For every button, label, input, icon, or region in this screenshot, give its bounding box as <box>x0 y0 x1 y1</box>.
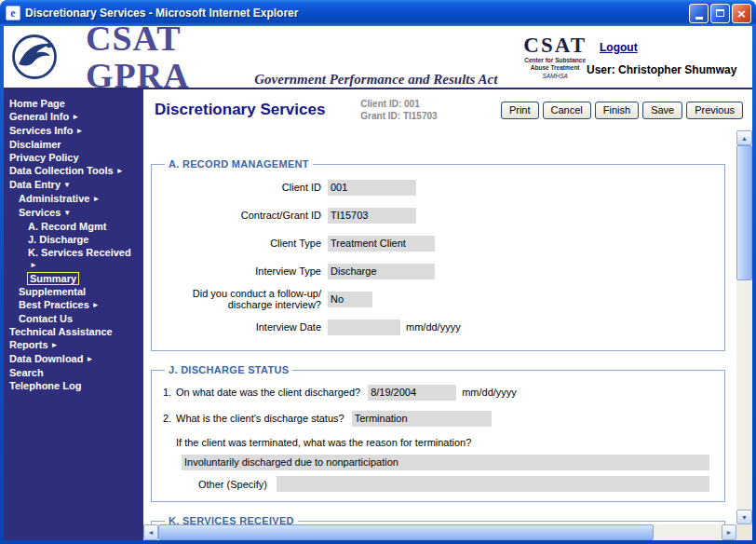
sidebar-item-k-services-received[interactable]: K. Services Received► <box>4 246 143 272</box>
cancel-button[interactable]: Cancel <box>543 102 591 119</box>
submenu-arrow-icon: ► <box>86 355 93 363</box>
scroll-up-button[interactable]: ▲ <box>736 130 752 145</box>
interview-type-field: Discharge <box>328 264 435 279</box>
sidebar-item-search[interactable]: Search <box>4 366 143 379</box>
scroll-left-button[interactable]: ◄ <box>143 524 158 540</box>
client-id-text: Client ID: 001 <box>360 98 437 110</box>
hhs-logo <box>9 32 60 82</box>
contract-grant-id-field: TI15703 <box>328 208 416 224</box>
sidebar-item-administrative[interactable]: Administrative► <box>4 192 143 206</box>
sidebar-item-label: J. Discharge <box>28 234 88 245</box>
sidebar-item-disclaimer[interactable]: Disclaimer <box>4 138 143 151</box>
brand: CSAT GPRA Government Performance and Res… <box>86 20 497 94</box>
section-legend: K. SERVICES RECEIVED <box>165 515 298 524</box>
field-label: Contract/Grant ID <box>161 210 321 221</box>
question-number: 1. <box>163 387 176 398</box>
form-row: Interview Datemm/dd/yyyy <box>161 313 715 341</box>
sidebar-item-label: Technical Assistance <box>9 326 113 337</box>
sidebar-item-services[interactable]: Services▼ <box>4 206 143 220</box>
csat-seal-line1: Center for Substance <box>523 58 587 64</box>
question-text: On what date was the client discharged? <box>176 387 360 398</box>
finish-button[interactable]: Finish <box>595 102 639 119</box>
did-you-conduct-a-follow-up-discharge-in-field: No <box>328 292 372 307</box>
form-row: Client ID001 <box>161 173 715 201</box>
sidebar-item-label: K. Services Received <box>28 247 131 258</box>
close-button[interactable]: × <box>732 4 751 23</box>
horizontal-scroll-track[interactable] <box>158 524 722 540</box>
sidebar-item-home-page[interactable]: Home Page <box>4 97 143 110</box>
form-row: Did you conduct a follow-up/ discharge i… <box>161 285 715 313</box>
sidebar-item-best-practices[interactable]: Best Practices► <box>4 298 143 312</box>
vertical-scrollbar[interactable]: ▲ ▼ <box>736 130 752 524</box>
previous-button[interactable]: Previous <box>686 102 743 119</box>
sidebar-item-general-info[interactable]: General Info► <box>4 110 143 124</box>
sidebar-item-label: Contact Us <box>19 313 73 324</box>
question-row: 2. What is the client's discharge status… <box>161 405 715 431</box>
termination-reason-row: Involuntarily discharged due to nonparti… <box>182 455 709 470</box>
sidebar-item-services-info[interactable]: Services Info► <box>4 124 143 138</box>
sidebar-item-label: Data Collection Tools <box>9 165 114 176</box>
submenu-expanded-icon: ▼ <box>63 209 71 217</box>
submenu-arrow-icon: ► <box>92 301 100 309</box>
form-viewport: A. RECORD MANAGEMENT Client ID001Contrac… <box>143 130 736 524</box>
csat-seal-line2: Abuse Treatment <box>523 65 587 72</box>
sidebar-item-a-record-mgmt[interactable]: A. Record Mgmt <box>4 220 143 233</box>
scroll-down-button[interactable]: ▼ <box>736 510 752 524</box>
sidebar-item-privacy-policy[interactable]: Privacy Policy <box>4 151 143 164</box>
client-type-field: Treatment Client <box>328 236 435 252</box>
sidebar-item-label: A. Record Mgmt <box>28 221 106 232</box>
sidebar-item-data-collection-tools[interactable]: Data Collection Tools► <box>4 164 143 178</box>
sidebar-item-technical-assistance[interactable]: Technical Assistance <box>4 325 143 338</box>
sidebar-item-data-entry[interactable]: Data Entry▼ <box>4 178 143 192</box>
sidebar-item-label: Home Page <box>9 98 65 109</box>
submenu-arrow-icon: ► <box>92 195 100 203</box>
content-zone: A. RECORD MANAGEMENT Client ID001Contrac… <box>143 130 752 524</box>
submenu-expanded-icon: ▼ <box>63 181 71 189</box>
window-title: Discretionary Services - Microsoft Inter… <box>25 7 689 20</box>
user-block: Logout User: Christopher Shumway <box>587 38 743 76</box>
minimize-button[interactable] <box>689 4 709 23</box>
sidebar-item-supplemental[interactable]: Supplemental <box>4 285 143 298</box>
content-row: Home PageGeneral Info►Services Info►Disc… <box>4 89 752 540</box>
sidebar-item-data-download[interactable]: Data Download► <box>4 352 143 366</box>
form-row: Interview TypeDischarge <box>161 257 715 285</box>
other-specify-field <box>277 476 709 492</box>
other-specify-row: Other (Specify) <box>198 476 709 492</box>
ie-icon: e <box>6 6 20 20</box>
logout-link[interactable]: Logout <box>600 41 638 54</box>
section-services-received: K. SERVICES RECEIVED <box>151 515 725 524</box>
discharge-date-field: 8/19/2004 <box>368 385 456 401</box>
sidebar-item-summary[interactable]: Summary <box>4 272 143 285</box>
print-button[interactable]: Print <box>501 102 539 119</box>
maximize-button[interactable] <box>710 4 730 23</box>
bottom-scroll-row: ◄ ► <box>143 524 752 540</box>
vertical-scroll-track[interactable] <box>736 145 752 510</box>
sidebar-item-j-discharge[interactable]: J. Discharge <box>4 233 143 246</box>
field-label: Interview Date <box>161 321 321 333</box>
horizontal-scroll-thumb[interactable] <box>158 524 654 540</box>
scroll-right-button[interactable]: ► <box>722 524 736 540</box>
sidebar-item-telephone-log[interactable]: Telephone Log <box>4 379 143 392</box>
form-scroll: A. RECORD MANAGEMENT Client ID001Contrac… <box>143 130 736 524</box>
sidebar-item-label: Search <box>9 367 44 378</box>
sidebar-item-contact-us[interactable]: Contact Us <box>4 312 143 325</box>
sidebar-item-reports[interactable]: Reports► <box>4 338 143 352</box>
sidebar-item-label: Best Practices <box>19 299 89 310</box>
vertical-scroll-thumb[interactable] <box>736 145 752 280</box>
field-label: Client ID <box>161 182 321 193</box>
question-text: What is the client's discharge status? <box>176 413 344 424</box>
browser-window: e Discretionary Services - Microsoft Int… <box>0 0 756 544</box>
record-ids: Client ID: 001 Grant ID: TI15703 <box>360 98 437 122</box>
sidebar-item-label: Reports <box>9 339 48 350</box>
sidebar-item-label: Summary <box>28 273 78 284</box>
sidebar-nav: Home PageGeneral Info►Services Info►Disc… <box>4 89 143 540</box>
sidebar-item-label: Disclaimer <box>9 139 61 150</box>
submenu-arrow-icon: ► <box>75 127 83 135</box>
form-row: Client TypeTreatment Client <box>161 229 715 257</box>
save-button[interactable]: Save <box>642 102 682 119</box>
sidebar-item-label: Data Download <box>9 353 83 364</box>
section-legend: A. RECORD MANAGEMENT <box>165 158 313 170</box>
horizontal-scrollbar[interactable]: ◄ ► <box>143 524 736 540</box>
interview-date-field <box>328 320 400 335</box>
question-row: 1. On what date was the client discharge… <box>161 379 715 405</box>
